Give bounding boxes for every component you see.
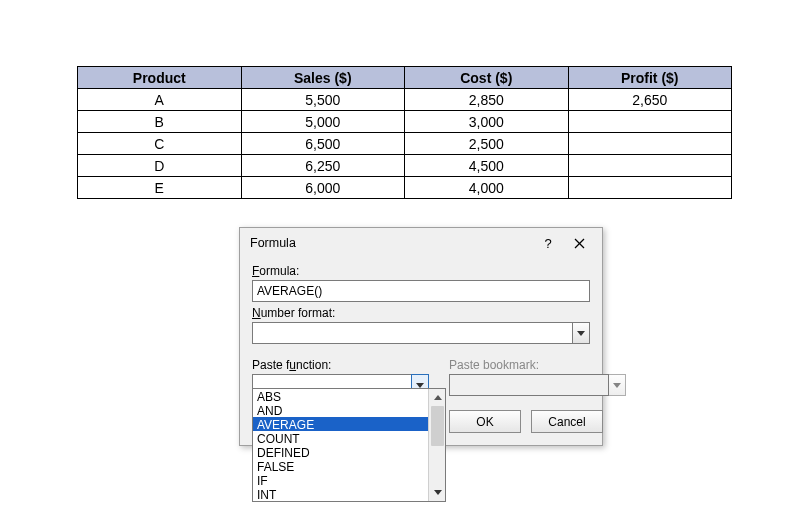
table-row: D 6,250 4,500 — [78, 155, 732, 177]
chevron-up-icon — [434, 395, 442, 400]
function-option[interactable]: ABS — [253, 389, 445, 403]
cell-product: E — [78, 177, 242, 199]
table-header-row: Product Sales ($) Cost ($) Profit ($) — [78, 67, 732, 89]
cell-sales: 5,500 — [241, 89, 405, 111]
scroll-thumb[interactable] — [431, 406, 444, 446]
function-option[interactable]: FALSE — [253, 459, 445, 473]
cell-sales: 6,000 — [241, 177, 405, 199]
paste-function-listbox[interactable]: ABSANDAVERAGECOUNTDEFINEDFALSEIFINT — [252, 388, 446, 502]
col-product: Product — [78, 67, 242, 89]
table-row: B 5,000 3,000 — [78, 111, 732, 133]
paste-bookmark-label: Paste bookmark: — [449, 358, 626, 372]
cell-product: C — [78, 133, 242, 155]
chevron-down-icon — [613, 383, 621, 388]
dialog-titlebar[interactable]: Formula ? — [240, 228, 602, 258]
cell-cost: 4,000 — [405, 177, 569, 199]
cell-sales: 5,000 — [241, 111, 405, 133]
cell-profit — [568, 111, 732, 133]
function-option[interactable]: IF — [253, 473, 445, 487]
number-format-dropdown-button[interactable] — [572, 322, 590, 344]
col-sales: Sales ($) — [241, 67, 405, 89]
paste-function-label: Paste function: — [252, 358, 429, 372]
scrollbar[interactable] — [428, 389, 445, 501]
cell-product: D — [78, 155, 242, 177]
number-format-label: Number format: — [252, 306, 590, 320]
table-row: C 6,500 2,500 — [78, 133, 732, 155]
help-icon[interactable]: ? — [534, 236, 562, 251]
dialog-title: Formula — [250, 236, 534, 250]
paste-bookmark-combo — [449, 374, 609, 396]
chevron-down-icon — [577, 331, 585, 336]
cell-profit — [568, 133, 732, 155]
ok-button[interactable]: OK — [449, 410, 521, 433]
formula-label: Formula: — [252, 264, 590, 278]
cell-product: A — [78, 89, 242, 111]
cell-sales: 6,250 — [241, 155, 405, 177]
cell-cost: 4,500 — [405, 155, 569, 177]
col-cost: Cost ($) — [405, 67, 569, 89]
cell-cost: 3,000 — [405, 111, 569, 133]
cell-sales: 6,500 — [241, 133, 405, 155]
cell-profit — [568, 155, 732, 177]
formula-input[interactable] — [252, 280, 590, 302]
cell-product: B — [78, 111, 242, 133]
function-option[interactable]: INT — [253, 487, 445, 501]
table-row: A 5,500 2,850 2,650 — [78, 89, 732, 111]
function-option[interactable]: AND — [253, 403, 445, 417]
scroll-down-button[interactable] — [429, 484, 446, 501]
cell-profit: 2,650 — [568, 89, 732, 111]
chevron-down-icon — [416, 383, 424, 388]
table-row: E 6,000 4,000 — [78, 177, 732, 199]
scroll-up-button[interactable] — [429, 389, 446, 406]
formula-dialog: Formula ? Formula: /*noop placeholder; r… — [239, 227, 603, 446]
function-option[interactable]: DEFINED — [253, 445, 445, 459]
col-profit: Profit ($) — [568, 67, 732, 89]
chevron-down-icon — [434, 490, 442, 495]
number-format-combo[interactable] — [252, 322, 573, 344]
product-table: Product Sales ($) Cost ($) Profit ($) A … — [77, 66, 732, 199]
cell-cost: 2,850 — [405, 89, 569, 111]
cancel-button[interactable]: Cancel — [531, 410, 603, 433]
close-icon[interactable] — [562, 232, 596, 254]
cell-profit — [568, 177, 732, 199]
function-option[interactable]: COUNT — [253, 431, 445, 445]
paste-bookmark-dropdown-button — [608, 374, 626, 396]
function-option[interactable]: AVERAGE — [253, 417, 445, 431]
cell-cost: 2,500 — [405, 133, 569, 155]
